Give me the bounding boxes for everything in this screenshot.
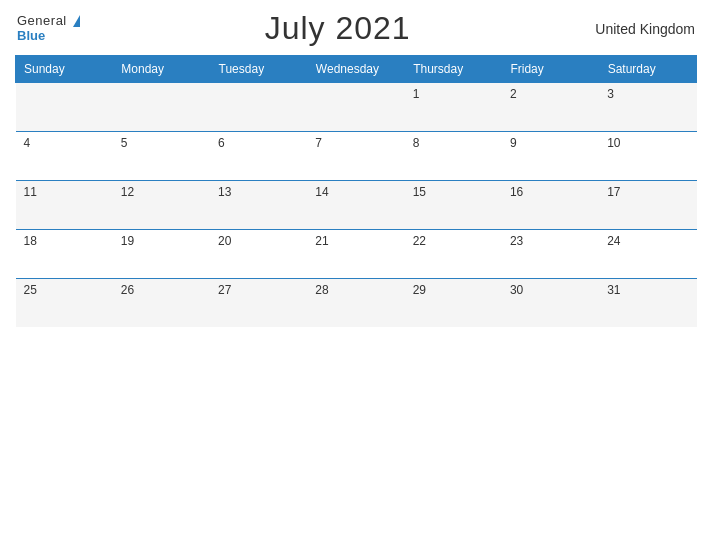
calendar-day-cell: 5 <box>113 132 210 181</box>
calendar-day-cell: 7 <box>307 132 404 181</box>
calendar-day-cell: 12 <box>113 181 210 230</box>
calendar-body: 1234567891011121314151617181920212223242… <box>16 83 697 328</box>
day-number: 14 <box>315 185 328 199</box>
calendar-day-cell: 30 <box>502 279 599 328</box>
day-number: 9 <box>510 136 517 150</box>
calendar-day-cell: 17 <box>599 181 696 230</box>
day-number: 7 <box>315 136 322 150</box>
day-number: 24 <box>607 234 620 248</box>
logo-general-text: General <box>17 14 80 28</box>
calendar-day-cell: 9 <box>502 132 599 181</box>
header-tuesday: Tuesday <box>210 56 307 83</box>
logo: General Blue <box>17 14 80 43</box>
day-number: 16 <box>510 185 523 199</box>
calendar-day-cell: 18 <box>16 230 113 279</box>
calendar-day-cell: 20 <box>210 230 307 279</box>
calendar-day-cell: 26 <box>113 279 210 328</box>
calendar-week-row: 25262728293031 <box>16 279 697 328</box>
day-number: 11 <box>24 185 37 199</box>
day-number: 31 <box>607 283 620 297</box>
day-number: 28 <box>315 283 328 297</box>
calendar-day-cell: 21 <box>307 230 404 279</box>
logo-triangle-icon <box>73 15 80 27</box>
calendar-day-cell: 10 <box>599 132 696 181</box>
day-number: 22 <box>413 234 426 248</box>
day-number: 17 <box>607 185 620 199</box>
calendar-day-cell: 4 <box>16 132 113 181</box>
day-number: 15 <box>413 185 426 199</box>
header-monday: Monday <box>113 56 210 83</box>
calendar-day-cell: 24 <box>599 230 696 279</box>
day-number: 27 <box>218 283 231 297</box>
day-number: 1 <box>413 87 420 101</box>
header-saturday: Saturday <box>599 56 696 83</box>
day-number: 23 <box>510 234 523 248</box>
weekday-header-row: Sunday Monday Tuesday Wednesday Thursday… <box>16 56 697 83</box>
calendar-day-cell: 19 <box>113 230 210 279</box>
calendar-header: General Blue July 2021 United Kingdom <box>15 10 697 47</box>
calendar-day-cell: 31 <box>599 279 696 328</box>
day-number: 8 <box>413 136 420 150</box>
header-thursday: Thursday <box>405 56 502 83</box>
day-number: 10 <box>607 136 620 150</box>
calendar-day-cell: 15 <box>405 181 502 230</box>
day-number: 30 <box>510 283 523 297</box>
calendar-day-cell <box>307 83 404 132</box>
day-number: 26 <box>121 283 134 297</box>
header-wednesday: Wednesday <box>307 56 404 83</box>
calendar-day-cell: 16 <box>502 181 599 230</box>
calendar-week-row: 123 <box>16 83 697 132</box>
country-label: United Kingdom <box>595 21 695 37</box>
day-number: 29 <box>413 283 426 297</box>
calendar-day-cell: 28 <box>307 279 404 328</box>
calendar-day-cell <box>113 83 210 132</box>
calendar-day-cell: 3 <box>599 83 696 132</box>
day-number: 21 <box>315 234 328 248</box>
day-number: 12 <box>121 185 134 199</box>
calendar-day-cell: 1 <box>405 83 502 132</box>
calendar-day-cell: 6 <box>210 132 307 181</box>
calendar-table: Sunday Monday Tuesday Wednesday Thursday… <box>15 55 697 327</box>
calendar-day-cell: 11 <box>16 181 113 230</box>
calendar-day-cell: 23 <box>502 230 599 279</box>
day-number: 5 <box>121 136 128 150</box>
calendar-week-row: 45678910 <box>16 132 697 181</box>
logo-blue-text: Blue <box>17 29 45 43</box>
day-number: 19 <box>121 234 134 248</box>
calendar-week-row: 11121314151617 <box>16 181 697 230</box>
calendar-day-cell: 13 <box>210 181 307 230</box>
day-number: 18 <box>24 234 37 248</box>
calendar-day-cell: 27 <box>210 279 307 328</box>
calendar-container: General Blue July 2021 United Kingdom Su… <box>0 0 712 550</box>
calendar-day-cell: 29 <box>405 279 502 328</box>
header-friday: Friday <box>502 56 599 83</box>
calendar-day-cell: 2 <box>502 83 599 132</box>
day-number: 13 <box>218 185 231 199</box>
day-number: 6 <box>218 136 225 150</box>
month-title: July 2021 <box>265 10 411 47</box>
day-number: 4 <box>24 136 31 150</box>
day-number: 3 <box>607 87 614 101</box>
calendar-day-cell: 14 <box>307 181 404 230</box>
day-number: 2 <box>510 87 517 101</box>
calendar-day-cell: 8 <box>405 132 502 181</box>
calendar-day-cell <box>16 83 113 132</box>
calendar-week-row: 18192021222324 <box>16 230 697 279</box>
day-number: 20 <box>218 234 231 248</box>
header-sunday: Sunday <box>16 56 113 83</box>
calendar-day-cell: 25 <box>16 279 113 328</box>
calendar-day-cell: 22 <box>405 230 502 279</box>
calendar-day-cell <box>210 83 307 132</box>
day-number: 25 <box>24 283 37 297</box>
